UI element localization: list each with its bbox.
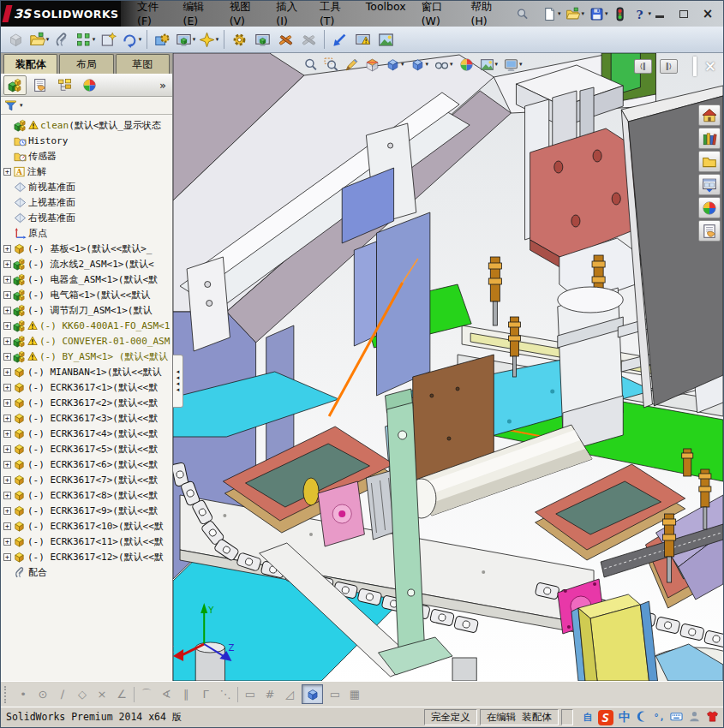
open-document-button[interactable]: ▾ [564,6,586,22]
help-button[interactable]: ▾ [631,6,653,22]
file-explorer-button[interactable] [698,151,721,172]
doc-close-button[interactable]: × [704,59,716,74]
expand-toggle[interactable]: + [3,399,11,407]
expand-toggle[interactable]: + [3,445,11,453]
tree-item-1[interactable]: History [3,133,172,148]
dropdown-caret[interactable]: ▾ [46,37,50,43]
close-button[interactable]: × [701,8,715,20]
featuremanager-tab[interactable] [3,75,27,95]
options-traffic-light-button[interactable] [611,6,629,22]
ime-skin[interactable] [706,710,719,725]
zoom-to-area-button[interactable] [324,57,338,72]
ime-chinese-mode[interactable]: 中 [619,710,631,725]
apply-scene-button[interactable]: ▾ [480,57,499,72]
sketch-circle-button[interactable]: ⊙ [35,688,51,701]
expand-toggle[interactable]: + [3,507,11,515]
expand-toggle[interactable]: + [3,337,11,345]
tree-item-4[interactable]: 前视基准面 [3,179,172,194]
expand-toggle[interactable]: + [3,492,11,499]
graphics-area[interactable]: Y X Z ▾▾▾▾▾ ⟨‖ ‖⟩ × ◂◂◂◂ [173,53,723,681]
relation-angle-button[interactable]: ∢ [159,688,174,701]
dropdown-caret[interactable]: ▾ [605,11,608,17]
tree-item-25[interactable]: +(-) ECRK3617<9> (默认<<默 [3,503,172,518]
explode-line-sketch-button[interactable] [251,28,274,51]
expand-toggle[interactable]: + [3,291,11,299]
sketch-polygon-button[interactable]: ◇ [75,688,90,701]
new-motion-study-button[interactable]: ▾ [197,28,220,51]
new-document-button[interactable]: ▾ [541,6,563,22]
move-component-button[interactable]: ▾ [120,28,143,51]
minimize-button[interactable] [653,8,667,20]
expand-toggle[interactable]: + [3,538,11,546]
panel-splitter-arrows[interactable]: ◂◂◂◂ [173,355,183,408]
instant3d-button[interactable] [328,28,351,51]
zoom-to-fit-button[interactable] [303,57,318,72]
expand-toggle[interactable]: + [3,260,11,268]
dropdown-caret[interactable]: ▾ [519,62,523,68]
grid-snap-button[interactable]: # [262,688,278,701]
reference-geometry-button[interactable]: ▾ [174,28,197,51]
relation-perpendicular-button[interactable]: Γ [198,688,213,701]
filter-bar[interactable]: ▾ [1,97,172,115]
view-palette-button[interactable] [698,174,721,195]
relation-parallel-button[interactable]: ∥ [178,688,194,701]
angle-snap-button[interactable]: ◿ [282,688,297,701]
view-orientation-button[interactable]: ▾ [386,57,404,72]
dropdown-caret[interactable]: ▾ [401,62,404,68]
dropdown-caret[interactable]: ▾ [216,37,219,43]
collapse-right-pane-button[interactable]: ‖⟩ [660,59,678,74]
tree-item-3[interactable]: +注解 [3,164,172,179]
multi-viewport-button[interactable]: ▦ [347,688,362,701]
expand-toggle[interactable]: + [3,415,11,422]
ime-soft-keyboard[interactable] [670,710,683,725]
assembly-features-button[interactable] [151,28,174,51]
expand-toggle[interactable]: + [3,430,11,438]
hide-show-items-button[interactable]: ▾ [434,57,453,72]
expand-toggle[interactable]: + [3,276,11,283]
ime-account[interactable] [688,710,701,725]
custom-properties-button[interactable] [698,220,721,242]
exploded-view-button[interactable] [228,28,251,51]
tree-item-26[interactable]: +(-) ECRK3617<10> (默认<<默 [3,518,172,534]
single-viewport-button[interactable]: ▭ [327,688,343,701]
tree-item-22[interactable]: +(-) ECRK3617<6> (默认<<默 [3,456,172,472]
sogou-logo[interactable]: S [598,710,613,725]
dropdown-caret[interactable]: ▾ [193,37,196,43]
tree-item-24[interactable]: +(-) ECRK3617<8> (默认<<默 [3,487,172,503]
dropdown-caret[interactable]: ▾ [450,62,453,68]
expand-toggle[interactable]: + [3,553,11,561]
ime-punctuation[interactable]: °, [654,712,665,723]
configurationmanager-tab[interactable] [53,75,76,95]
sketch-chamfer-button[interactable]: ∠ [114,688,129,701]
tree-item-18[interactable]: +(-) ECRK3617<2> (默认<<默 [3,395,172,410]
tree-item-12[interactable]: +(-) 调节刮刀_ASM<1> (默认 [3,302,172,318]
tree-item-21[interactable]: +(-) ECRK3617<5> (默认<<默 [3,441,172,456]
tree-item-27[interactable]: +(-) ECRK3617<11> (默认<<默 [3,534,172,549]
dropdown-caret[interactable]: ▾ [139,37,142,43]
tree-item-17[interactable]: +(-) ECRK3617<1> (默认<<默 [3,379,172,395]
tree-item-11[interactable]: +(-) 电气箱<1> (默认<<默认 [3,287,172,302]
tree-item-20[interactable]: +(-) ECRK3617<4> (默认<<默 [3,426,172,441]
tree-item-15[interactable]: +(-) BY_ASM<1> (默认<默认 [3,349,172,364]
tree-item-8[interactable]: +(-) 基板<1> (默认<<默认>_ [3,241,172,256]
tree-item-13[interactable]: +(-) KK60-400A1-FO_ASM<1 [3,318,172,333]
dropdown-caret[interactable]: ▾ [426,62,429,68]
ime-prefix-char[interactable]: 自 [583,711,593,724]
panel-tab-1[interactable]: 布局 [59,54,113,74]
previous-view-button[interactable] [344,57,359,72]
tree-item-2[interactable]: 传感器 [3,148,172,164]
edit-appearance-button[interactable] [459,57,474,72]
shaded-with-edges-button[interactable] [302,684,323,704]
tree-item-29[interactable]: 配合 [3,564,172,580]
interference-detection-button[interactable] [274,28,297,51]
expand-toggle[interactable]: + [3,476,11,484]
view-settings-button[interactable]: ▾ [504,57,523,72]
tree-item-23[interactable]: +(-) ECRK3617<7> (默认<<默 [3,472,172,487]
linear-component-pattern-button[interactable]: ▾ [74,28,97,51]
expand-toggle[interactable]: + [3,168,11,176]
smart-dimension-button[interactable]: ▭ [242,688,258,701]
search-icon[interactable] [516,8,529,21]
mate-button[interactable] [51,28,74,51]
manager-tabs-overflow[interactable]: » [159,79,172,92]
propertymanager-tab[interactable] [28,75,51,95]
